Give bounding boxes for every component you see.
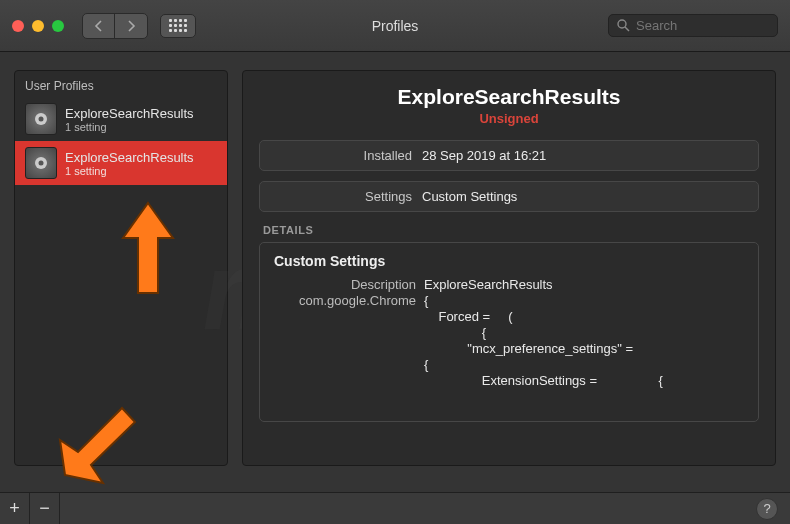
installed-value: 28 Sep 2019 at 16:21 [422,148,546,163]
details-line: { [424,293,744,308]
svg-point-3 [39,117,44,122]
search-field[interactable] [608,14,778,37]
grid-icon [169,19,187,32]
show-all-button[interactable] [160,14,196,38]
profile-item-name: ExploreSearchResults [65,150,194,165]
settings-value: Custom Settings [422,189,517,204]
description-label: Description [274,277,424,292]
domain-label: com.google.Chrome [274,293,424,308]
details-line: ExtensionSettings = { [424,373,744,388]
profiles-sidebar: User Profiles ExploreSearchResults 1 set… [14,70,228,466]
details-box: Custom Settings Description ExploreSearc… [259,242,759,422]
remove-profile-button[interactable]: − [30,493,60,524]
details-line: Forced = ( [424,309,744,324]
details-heading: Custom Settings [274,253,744,269]
details-line: { [424,357,744,372]
settings-label: Settings [272,189,422,204]
titlebar: Profiles [0,0,790,52]
svg-point-0 [618,20,626,28]
close-icon[interactable] [12,20,24,32]
nav-back-forward [82,13,148,39]
details-line: "mcx_preference_settings" = [424,341,744,356]
installed-row: Installed 28 Sep 2019 at 16:21 [259,140,759,171]
description-value: ExploreSearchResults [424,277,744,292]
back-button[interactable] [83,14,115,38]
help-button[interactable]: ? [756,498,778,520]
minimize-icon[interactable] [32,20,44,32]
profile-icon [25,147,57,179]
footer-toolbar: + − ? [0,492,790,524]
profile-signed-status: Unsigned [259,111,759,126]
svg-point-5 [39,161,44,166]
forward-button[interactable] [115,14,147,38]
details-line: { [424,325,744,340]
details-section-label: DETAILS [263,224,755,236]
profile-item-name: ExploreSearchResults [65,106,194,121]
profile-detail-pane: ExploreSearchResults Unsigned Installed … [242,70,776,466]
zoom-icon[interactable] [52,20,64,32]
profile-item[interactable]: ExploreSearchResults 1 setting [15,97,227,141]
sidebar-header: User Profiles [15,71,227,97]
window-controls [12,20,64,32]
search-input[interactable] [636,18,769,33]
profile-item-sub: 1 setting [65,165,194,177]
svg-line-1 [625,27,629,31]
search-icon [617,19,630,32]
add-profile-button[interactable]: + [0,493,30,524]
profile-item-sub: 1 setting [65,121,194,133]
settings-row[interactable]: Settings Custom Settings [259,181,759,212]
installed-label: Installed [272,148,422,163]
profile-icon [25,103,57,135]
profile-item-selected[interactable]: ExploreSearchResults 1 setting [15,141,227,185]
profile-title: ExploreSearchResults [259,85,759,109]
